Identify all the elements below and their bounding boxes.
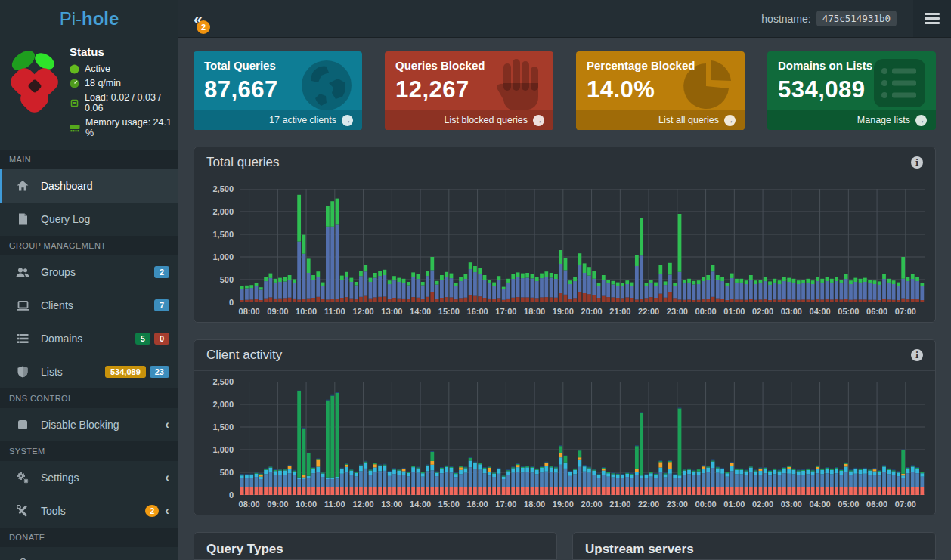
gauge-icon [70,79,79,88]
x-axis-labels: 08:0009:0010:0011:0012:0013:0014:0015:00… [240,302,925,319]
brand-logo-text[interactable]: Pi-hole [0,0,178,38]
tools-icon [14,505,32,517]
x-tick-label: 12:00 [353,307,374,316]
status-title: Status [70,45,172,58]
sidebar-item-query-log[interactable]: Query Log [0,203,178,236]
x-tick-label: 08:00 [239,500,260,509]
x-tick-label: 01:00 [723,307,745,316]
status-dot-icon [70,64,79,74]
sidebar-item-label: Disable Blocking [41,419,159,431]
sidebar-section-header: DONATE [0,528,178,547]
x-tick-label: 07:00 [895,307,916,316]
chevron-left-icon: ‹ [165,470,169,485]
x-tick-label: 14:00 [410,500,431,509]
x-tick-label: 10:00 [296,307,317,316]
card-value: 87,667 [204,76,352,104]
gears-icon [14,472,32,484]
sidebar-item-tools[interactable]: Tools2‹ [0,494,178,528]
card-footer-link[interactable]: Manage lists→ [767,110,936,130]
sidebar-section-header: MAIN [0,150,178,169]
sidebar-item-label: Domains [41,333,132,345]
list-icon [14,333,32,344]
hostname-value: 475c514931b0 [816,11,897,26]
card-total-queries[interactable]: Total Queries87,66717 active clients→ [194,51,362,130]
status-load: Load: 0.02 / 0.03 / 0.06 [70,92,172,113]
cpu-icon [70,98,79,108]
sidebar-item-label: Settings [41,472,159,484]
y-axis-labels: 2,5002,0001,5001,0005000 [200,189,240,302]
sidebar-item-clients[interactable]: Clients7 [0,289,178,322]
card-domains-on-lists[interactable]: Domains on Lists534,089Manage lists→ [767,51,936,130]
x-tick-label: 09:00 [267,307,288,316]
sidebar-item-label: Dashboard [41,180,169,192]
x-tick-label: 02:00 [752,500,773,509]
chevron-left-icon: ‹ [165,417,169,432]
x-tick-label: 00:00 [695,500,717,509]
card-percentage-blocked[interactable]: Percentage Blocked14.0%List all queries→ [576,51,745,130]
x-tick-label: 05:00 [838,307,859,316]
card-footer-label: 17 active clients [269,115,336,125]
chevron-left-icon: ‹ [165,503,169,518]
count-badge: 5 [135,333,150,345]
x-tick-label: 04:00 [810,307,831,316]
count-badge: 534,089 [105,366,146,378]
x-tick-label: 16:00 [467,500,488,509]
x-tick-label: 22:00 [638,307,659,316]
x-tick-label: 20:00 [581,500,603,509]
count-badge: 23 [150,366,169,378]
x-tick-label: 16:00 [467,307,488,316]
sidebar-section-header: SYSTEM [0,441,178,461]
brand-prefix: Pi- [60,8,82,29]
x-tick-label: 01:00 [723,500,745,509]
x-tick-label: 18:00 [524,500,545,509]
info-icon[interactable]: i [911,349,923,361]
count-badge: 2 [154,266,169,278]
sidebar-item-groups[interactable]: Groups2 [0,255,178,289]
card-title: Percentage Blocked [587,59,734,72]
client-activity-panel: Client activity i 2,5002,0001,5001,00050… [194,339,936,515]
y-axis-labels: 2,5002,0001,5001,0005000 [200,382,240,495]
card-footer-label: List all queries [658,115,719,125]
sidebar-item-dashboard[interactable]: Dashboard [0,169,178,203]
x-tick-label: 19:00 [553,500,574,509]
card-footer-link[interactable]: List blocked queries→ [385,110,553,130]
x-tick-label: 13:00 [381,307,402,316]
hostname-label: hostname: [761,13,810,25]
status-active: Active [70,63,172,74]
laptop-icon [14,300,32,311]
x-tick-label: 03:00 [781,500,802,509]
x-tick-label: 00:00 [695,307,717,316]
pihole-dashboard: Pi-hole Status Active [0,0,951,560]
card-footer-link[interactable]: List all queries→ [576,110,745,130]
x-tick-label: 23:00 [667,307,688,316]
hamburger-menu-button[interactable] [913,0,951,37]
sidebar-item-disable-blocking[interactable]: Disable Blocking‹ [0,408,178,441]
sidebar-item-settings[interactable]: Settings‹ [0,461,178,494]
upstream-servers-title: Upstream servers [573,533,935,557]
sidebar-item-label: Clients [41,299,150,311]
x-tick-label: 19:00 [553,307,574,316]
sidebar-item-domains[interactable]: Domains50 [0,322,178,355]
update-count-badge: 2 [197,20,210,34]
sidebar-item-label: Groups [41,266,150,278]
x-tick-label: 09:00 [267,500,288,509]
info-icon[interactable]: i [911,156,923,169]
count-badge: 0 [154,333,169,345]
hamburger-icon [925,13,940,15]
shield-icon [14,366,32,378]
brand-bold: hole [82,8,119,29]
x-tick-label: 06:00 [866,307,887,316]
sidebar-item-label: Lists [41,366,101,378]
x-tick-label: 15:00 [438,500,460,509]
raspberry-logo [3,45,67,121]
card-queries-blocked[interactable]: Queries Blocked12,267List blocked querie… [385,51,553,130]
card-footer-link[interactable]: 17 active clients→ [194,110,362,130]
count-badge: 7 [154,299,169,311]
sidebar-item-lists[interactable]: Lists534,08923 [0,355,178,388]
sidebar: Pi-hole Status Active [0,0,178,560]
sidebar-item-donate[interactable]: $Donate [0,547,178,560]
card-footer-label: List blocked queries [445,115,528,125]
sidebar-collapse-control[interactable]: « 2 [194,11,213,27]
card-title: Queries Blocked [395,59,543,72]
status-rate: 18 q/min [70,78,172,88]
